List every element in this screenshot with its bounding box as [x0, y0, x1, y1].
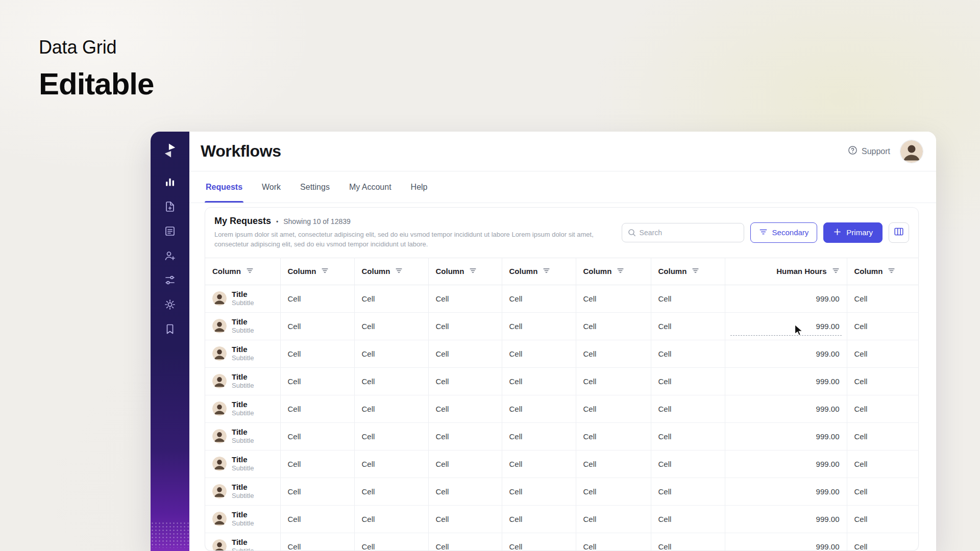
- table-row[interactable]: Title Subtitle Cell Cell Cell Cell Cell …: [205, 285, 919, 312]
- cell[interactable]: Cell: [502, 450, 576, 478]
- hours-cell[interactable]: 999.00: [725, 505, 847, 533]
- cell[interactable]: Cell: [502, 478, 576, 505]
- cell[interactable]: Cell: [576, 422, 651, 450]
- column-header-human-hours[interactable]: Human Hours: [725, 258, 847, 285]
- cell[interactable]: Cell: [576, 285, 651, 312]
- cell[interactable]: Cell: [428, 367, 502, 395]
- cell[interactable]: Cell: [502, 285, 576, 312]
- cell[interactable]: Cell: [502, 422, 576, 450]
- cell[interactable]: Cell: [280, 533, 354, 551]
- hours-cell[interactable]: 999.00: [725, 478, 847, 505]
- sidebar-item-documents[interactable]: [164, 225, 176, 237]
- cell[interactable]: Cell: [502, 340, 576, 367]
- hours-cell[interactable]: 999.00: [725, 422, 847, 450]
- column-header[interactable]: Column: [428, 258, 502, 285]
- table-row[interactable]: Title Subtitle Cell Cell Cell Cell Cell …: [205, 478, 919, 505]
- user-avatar[interactable]: [900, 140, 923, 163]
- cell[interactable]: Cell: [651, 422, 725, 450]
- column-header[interactable]: Column: [651, 258, 725, 285]
- cell[interactable]: Cell: [280, 450, 354, 478]
- cell[interactable]: Cell: [651, 312, 725, 340]
- table-row[interactable]: Title Subtitle Cell Cell Cell Cell Cell …: [205, 450, 919, 478]
- cell[interactable]: Cell: [280, 367, 354, 395]
- cell[interactable]: Cell: [428, 478, 502, 505]
- cell[interactable]: Cell: [428, 340, 502, 367]
- cell[interactable]: Cell: [354, 312, 428, 340]
- cell[interactable]: Cell: [576, 340, 651, 367]
- title-cell[interactable]: Title Subtitle: [205, 422, 280, 450]
- table-row[interactable]: Title Subtitle Cell Cell Cell Cell Cell …: [205, 312, 919, 340]
- column-header[interactable]: Column: [502, 258, 576, 285]
- tab-my-account[interactable]: My Account: [348, 171, 393, 203]
- hours-cell[interactable]: 999.00: [725, 533, 847, 551]
- table-row[interactable]: Title Subtitle Cell Cell Cell Cell Cell …: [205, 340, 919, 367]
- cell[interactable]: Cell: [428, 505, 502, 533]
- title-cell[interactable]: Title Subtitle: [205, 533, 280, 551]
- column-header[interactable]: Column: [847, 258, 919, 285]
- columns-button[interactable]: [889, 222, 909, 243]
- cell[interactable]: Cell: [354, 395, 428, 422]
- cell[interactable]: Cell: [502, 395, 576, 422]
- tab-work[interactable]: Work: [261, 171, 282, 203]
- sidebar-item-filters[interactable]: [164, 274, 176, 286]
- filter-icon[interactable]: [832, 267, 840, 276]
- cell[interactable]: Cell: [502, 312, 576, 340]
- sidebar-item-add-user[interactable]: [164, 249, 176, 262]
- title-cell[interactable]: Title Subtitle: [205, 395, 280, 422]
- cell[interactable]: Cell: [354, 505, 428, 533]
- cell[interactable]: Cell: [847, 312, 919, 340]
- sidebar-item-new-file[interactable]: [164, 201, 176, 213]
- cell[interactable]: Cell: [280, 340, 354, 367]
- cell[interactable]: Cell: [280, 285, 354, 312]
- cell[interactable]: Cell: [428, 533, 502, 551]
- cell[interactable]: Cell: [428, 312, 502, 340]
- hours-cell[interactable]: 999.00: [725, 340, 847, 367]
- cell[interactable]: Cell: [847, 395, 919, 422]
- support-button[interactable]: Support: [848, 145, 890, 157]
- cell[interactable]: Cell: [651, 478, 725, 505]
- table-row[interactable]: Title Subtitle Cell Cell Cell Cell Cell …: [205, 505, 919, 533]
- cell[interactable]: Cell: [280, 478, 354, 505]
- title-cell[interactable]: Title Subtitle: [205, 367, 280, 395]
- title-cell[interactable]: Title Subtitle: [205, 478, 280, 505]
- cell[interactable]: Cell: [847, 478, 919, 505]
- sidebar-item-dashboard[interactable]: [164, 176, 176, 188]
- cell[interactable]: Cell: [354, 422, 428, 450]
- cell[interactable]: Cell: [847, 367, 919, 395]
- hours-cell[interactable]: 999.00: [725, 395, 847, 422]
- cell[interactable]: Cell: [280, 312, 354, 340]
- secondary-button[interactable]: Secondary: [750, 222, 818, 243]
- cell[interactable]: Cell: [847, 285, 919, 312]
- cell[interactable]: Cell: [651, 505, 725, 533]
- cell[interactable]: Cell: [847, 340, 919, 367]
- cell[interactable]: Cell: [576, 533, 651, 551]
- filter-icon[interactable]: [246, 267, 254, 276]
- cell[interactable]: Cell: [502, 505, 576, 533]
- cell[interactable]: Cell: [847, 533, 919, 551]
- cell[interactable]: Cell: [576, 312, 651, 340]
- title-cell[interactable]: Title Subtitle: [205, 505, 280, 533]
- primary-button[interactable]: Primary: [823, 222, 883, 243]
- cell[interactable]: Cell: [280, 395, 354, 422]
- table-row[interactable]: Title Subtitle Cell Cell Cell Cell Cell …: [205, 533, 919, 551]
- cell[interactable]: Cell: [576, 367, 651, 395]
- cell[interactable]: Cell: [428, 422, 502, 450]
- cell[interactable]: Cell: [651, 450, 725, 478]
- hours-cell[interactable]: 999.00: [725, 285, 847, 312]
- filter-icon[interactable]: [543, 267, 550, 276]
- cell[interactable]: Cell: [354, 533, 428, 551]
- hours-cell[interactable]: 999.00: [725, 450, 847, 478]
- cell[interactable]: Cell: [576, 395, 651, 422]
- table-row[interactable]: Title Subtitle Cell Cell Cell Cell Cell …: [205, 422, 919, 450]
- cell[interactable]: Cell: [847, 505, 919, 533]
- title-cell[interactable]: Title Subtitle: [205, 340, 280, 367]
- tab-requests[interactable]: Requests: [205, 171, 243, 203]
- search-input[interactable]: [622, 223, 744, 242]
- cell[interactable]: Cell: [847, 450, 919, 478]
- cell[interactable]: Cell: [428, 395, 502, 422]
- cell[interactable]: Cell: [354, 478, 428, 505]
- cell[interactable]: Cell: [651, 395, 725, 422]
- filter-icon[interactable]: [395, 267, 403, 276]
- cell[interactable]: Cell: [651, 285, 725, 312]
- sidebar-item-settings[interactable]: [164, 298, 176, 311]
